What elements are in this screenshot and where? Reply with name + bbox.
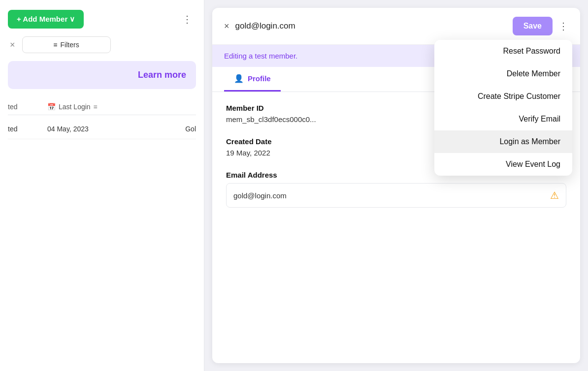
column-header-last-login: 📅 Last Login ≡ xyxy=(47,103,196,111)
more-menu-button[interactable]: ⋮ xyxy=(558,20,568,32)
email-row: × gold@login.com xyxy=(224,21,295,31)
verify-email-item[interactable]: Verify Email xyxy=(434,108,572,130)
learn-more-banner: Learn more xyxy=(8,61,196,89)
warning-icon: ⚠ xyxy=(550,189,559,201)
delete-member-item[interactable]: Delete Member xyxy=(434,62,572,85)
left-panel: + Add Member ∨ ⋮ × ≡ Filters Learn more … xyxy=(0,0,204,371)
filters-icon: ≡ xyxy=(53,41,57,49)
more-options-icon[interactable]: ⋮ xyxy=(178,11,196,27)
email-address-value: gold@login.com xyxy=(233,191,287,200)
filters-button[interactable]: ≡ Filters xyxy=(22,36,111,53)
email-address-input[interactable]: gold@login.com ⚠ xyxy=(226,183,566,208)
dropdown-menu: Reset Password Delete Member Create Stri… xyxy=(434,40,572,176)
header-row: + Add Member ∨ ⋮ xyxy=(8,10,196,29)
reset-password-item[interactable]: Reset Password xyxy=(434,40,572,62)
login-as-member-item[interactable]: Login as Member xyxy=(434,130,572,153)
learn-more-link[interactable]: Learn more xyxy=(138,70,186,80)
email-address-section: Email Address gold@login.com ⚠ xyxy=(226,171,566,208)
profile-icon: 👤 xyxy=(234,74,244,83)
create-stripe-item[interactable]: Create Stripe Customer xyxy=(434,85,572,108)
view-event-log-item[interactable]: View Event Log xyxy=(434,153,572,176)
filter-row: × ≡ Filters xyxy=(8,36,196,53)
cell-ted: ted xyxy=(8,125,47,133)
calendar-icon: 📅 xyxy=(47,103,56,111)
table-header: ted 📅 Last Login ≡ xyxy=(8,99,196,115)
right-panel: × gold@login.com Save ⋮ Editing a test m… xyxy=(212,8,580,363)
tab-profile-label: Profile xyxy=(248,74,271,83)
panel-header: × gold@login.com Save ⋮ xyxy=(212,8,580,45)
close-button[interactable]: × xyxy=(224,21,229,31)
filters-label: Filters xyxy=(61,41,79,49)
last-login-label: Last Login xyxy=(59,103,91,111)
header-actions: Save ⋮ xyxy=(513,17,568,35)
cell-gold: Gol xyxy=(185,125,196,133)
save-button[interactable]: Save xyxy=(513,17,553,35)
editing-text: Editing a test member. xyxy=(224,52,297,60)
column-header-ted: ted xyxy=(8,103,47,111)
tab-profile[interactable]: 👤 Profile xyxy=(224,67,281,92)
cell-date: 04 May, 2023 xyxy=(47,125,185,133)
clear-filter-button[interactable]: × xyxy=(8,38,17,52)
member-email: gold@login.com xyxy=(235,21,295,31)
add-member-button[interactable]: + Add Member ∨ xyxy=(8,10,84,29)
sort-icon[interactable]: ≡ xyxy=(94,103,98,111)
table-row[interactable]: ted 04 May, 2023 Gol xyxy=(8,119,196,139)
